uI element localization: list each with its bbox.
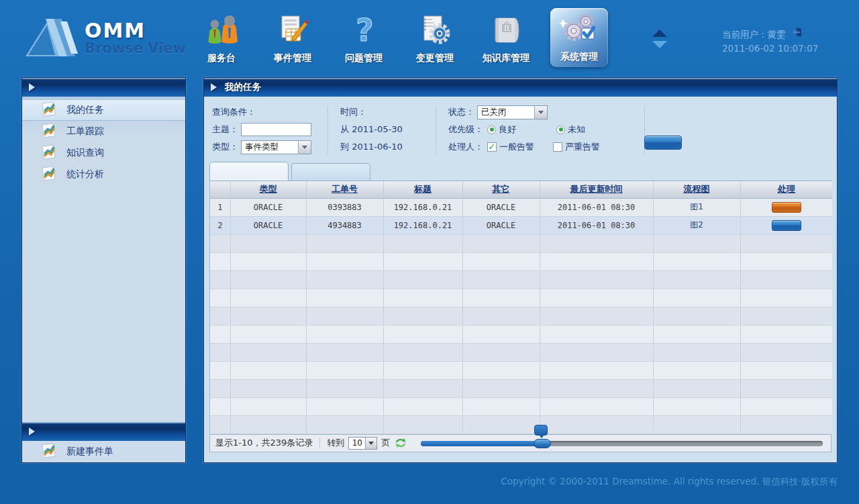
col-header-order-no[interactable]: 工单号 — [306, 181, 383, 198]
empty-cell — [383, 307, 462, 325]
checkbox-general-alarm[interactable] — [487, 142, 497, 152]
col-header-title[interactable]: 标题 — [383, 181, 462, 198]
type-select[interactable]: 事件类型 — [241, 140, 311, 154]
refresh-icon[interactable] — [394, 437, 407, 449]
empty-cell — [210, 234, 230, 252]
system-gears-icon — [550, 12, 608, 47]
col-header-flow[interactable]: 流程图 — [653, 181, 740, 198]
empty-cell — [653, 325, 740, 343]
cell-updated: 2011-06-01 08:30 — [540, 198, 653, 216]
checkbox-severe-alarm[interactable] — [553, 142, 562, 152]
sidebar-item-my-tasks[interactable]: 我的任务 — [22, 99, 185, 121]
logout-icon[interactable] — [791, 27, 803, 42]
search-button[interactable] — [644, 136, 682, 150]
col-header-action[interactable]: 处理 — [740, 181, 832, 198]
empty-cell — [230, 289, 306, 307]
checkbox-general-alarm-label[interactable]: 一般告警 — [499, 141, 534, 153]
collapse-arrows-icon[interactable] — [652, 30, 670, 52]
arrow-down-icon[interactable] — [652, 41, 667, 48]
empty-cell — [540, 415, 653, 434]
nav-item-incident-mgmt[interactable]: 事件管理 — [260, 8, 325, 64]
divider — [327, 106, 328, 154]
radio-priority-unknown[interactable] — [556, 125, 565, 134]
empty-cell — [462, 270, 540, 289]
flow-link[interactable]: 图2 — [690, 220, 703, 230]
empty-cell — [740, 379, 832, 397]
subject-label: 主题： — [212, 123, 238, 136]
cell-type: ORACLE — [230, 198, 306, 216]
chevron-down-icon[interactable] — [534, 106, 547, 119]
page-select[interactable]: 10 — [348, 437, 377, 450]
nav-item-problem-mgmt[interactable]: ? 问题管理 — [332, 8, 396, 64]
empty-cell — [230, 252, 306, 270]
empty-cell — [383, 289, 462, 307]
table-row[interactable]: 1 ORACLE 0393883 192.168.0.21 ORACLE 201… — [210, 198, 832, 216]
page-slider-track[interactable] — [421, 441, 823, 446]
sidebar-item-knowledge-search[interactable]: 知识查询 — [22, 142, 185, 164]
nav-label: 变更管理 — [403, 52, 467, 64]
empty-cell — [653, 234, 740, 252]
sidebar-bottom-bar[interactable] — [22, 422, 185, 441]
current-user-label: 当前用户：黄雯 — [722, 28, 786, 42]
empty-cell — [653, 252, 740, 270]
empty-cell — [306, 252, 383, 270]
nav-item-service-desk[interactable]: 服务台 — [189, 8, 254, 64]
status-select[interactable]: 已关闭 — [477, 105, 548, 119]
chevron-down-icon[interactable] — [298, 141, 311, 154]
table-header-row: 类型 工单号 标题 其它 最后更新时间 流程图 处理 — [210, 181, 832, 198]
logo-title: OMM — [85, 21, 186, 41]
chart-doc-icon — [41, 166, 57, 184]
sidebar-item-new-incident[interactable]: 新建事件单 — [22, 441, 185, 462]
query-form: 查询条件： 主题： 类型： 事件类型 时间： 从 2011-05-30 到 20… — [204, 97, 837, 161]
subject-input[interactable] — [241, 123, 311, 136]
incident-doc-icon — [260, 13, 325, 48]
empty-cell — [540, 270, 653, 289]
empty-cell — [383, 415, 462, 434]
nav-item-change-mgmt[interactable]: 变更管理 — [403, 8, 467, 64]
empty-cell — [462, 415, 540, 434]
empty-cell — [740, 343, 832, 361]
sidebar-item-ticket-tracking[interactable]: 工单跟踪 — [22, 121, 185, 142]
empty-cell — [540, 252, 653, 270]
radio-priority-good-label[interactable]: 良好 — [499, 123, 516, 136]
empty-cell — [306, 343, 383, 361]
sidebar-item-stats-analysis[interactable]: 统计分析 — [22, 164, 185, 185]
triangle-logo-icon — [26, 16, 78, 60]
empty-cell — [740, 397, 832, 415]
current-datetime: 2011-06-02 10:07:07 — [722, 42, 818, 56]
status-label: 状态： — [448, 106, 474, 118]
empty-table-row — [210, 289, 832, 307]
page-slider-handle[interactable] — [534, 439, 551, 448]
time-to: 到 2011-06-10 — [340, 138, 436, 156]
type-select-value: 事件类型 — [242, 142, 298, 153]
empty-cell — [540, 397, 653, 415]
empty-cell — [653, 270, 740, 289]
sidebar-item-label: 知识查询 — [66, 147, 104, 159]
people-icon — [189, 13, 254, 48]
row-action-button[interactable] — [772, 202, 801, 213]
query-section-label: 查询条件： — [212, 103, 327, 121]
nav-item-system-mgmt[interactable]: 系统管理 — [550, 8, 608, 67]
nav-item-knowledge-mgmt[interactable]: 知识库管理 — [474, 8, 538, 64]
col-header-other[interactable]: 其它 — [462, 181, 540, 198]
row-action-button[interactable] — [772, 220, 801, 231]
flow-link[interactable]: 图1 — [690, 202, 703, 211]
radio-priority-good[interactable] — [487, 125, 496, 134]
checkbox-severe-alarm-label[interactable]: 严重告警 — [565, 141, 600, 153]
col-header-type[interactable]: 类型 — [230, 181, 306, 198]
tab-list-1[interactable] — [209, 162, 289, 181]
empty-cell — [210, 252, 230, 270]
panel-arrow-icon — [29, 427, 35, 436]
arrow-up-icon[interactable] — [652, 30, 667, 37]
radio-priority-unknown-label[interactable]: 未知 — [568, 123, 585, 136]
empty-cell — [740, 307, 832, 325]
table-row[interactable]: 2 ORACLE 4934883 192.168.0.21 ORACLE 201… — [210, 216, 832, 234]
user-info: 当前用户：黄雯 2011-06-02 10:07:07 — [722, 27, 818, 56]
page-slider-tooltip — [534, 425, 548, 436]
tab-list-2[interactable] — [291, 163, 370, 181]
col-header-updated[interactable]: 最后更新时间 — [540, 181, 653, 198]
chart-doc-icon — [41, 101, 57, 119]
chevron-down-icon[interactable] — [365, 438, 376, 449]
page-slider-zone — [421, 435, 825, 452]
sidebar-top-bar[interactable] — [22, 78, 185, 97]
